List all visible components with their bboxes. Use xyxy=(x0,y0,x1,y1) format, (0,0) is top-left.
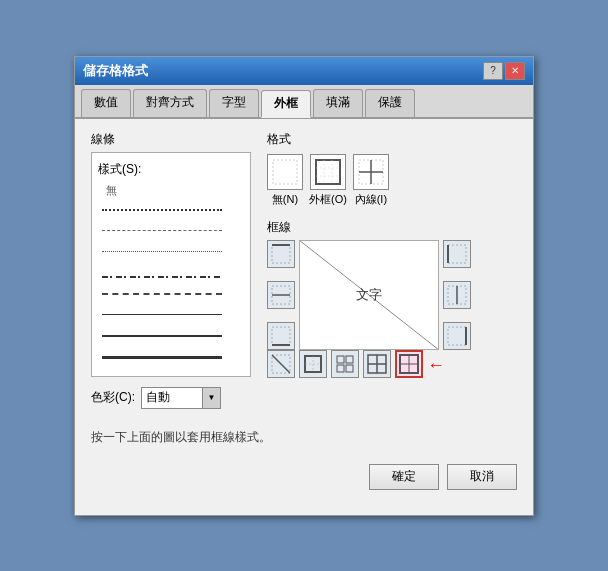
border-preview[interactable]: 文字 xyxy=(299,240,439,350)
border-outer2-icon xyxy=(302,353,324,375)
line-style-box: 樣式(S): 無 xyxy=(91,152,251,377)
format-inner-icon xyxy=(355,156,387,188)
help-button[interactable]: ? xyxy=(483,62,503,80)
dialog: 儲存格格式 ? ✕ 數值 對齊方式 字型 外框 填滿 保護 線條 樣式(S): … xyxy=(74,56,534,516)
color-row: 色彩(C): 自動 ▼ xyxy=(91,387,251,409)
line-styles-list: 無 xyxy=(98,182,244,368)
border-bottom-button[interactable] xyxy=(267,322,295,350)
line-style-solid-medium[interactable] xyxy=(98,329,244,347)
border-thick-button[interactable] xyxy=(395,350,423,378)
border-all-button[interactable] xyxy=(363,350,391,378)
line-solid-medium xyxy=(102,335,222,345)
style-label: 樣式(S): xyxy=(98,161,244,178)
line-style-none[interactable]: 無 xyxy=(98,182,244,200)
tab-保护[interactable]: 保護 xyxy=(365,89,415,117)
border-bottom-row: ← xyxy=(267,350,517,378)
close-button[interactable]: ✕ xyxy=(505,62,525,80)
svg-rect-0 xyxy=(273,160,297,184)
border-middle-h-icon xyxy=(270,284,292,306)
svg-rect-20 xyxy=(448,327,466,345)
format-inner-button[interactable] xyxy=(353,154,389,190)
line-dotted-1 xyxy=(102,209,222,219)
border-section: 框線 xyxy=(267,219,517,378)
color-dropdown-button[interactable]: ▼ xyxy=(202,388,220,408)
format-icons: 無(N) 外框(O) xyxy=(267,154,517,207)
tab-数值[interactable]: 數值 xyxy=(81,89,131,117)
format-inner-label: 內線(I) xyxy=(355,192,387,207)
border-bottom-icon xyxy=(270,325,292,347)
format-none-item: 無(N) xyxy=(267,154,303,207)
line-style-solid-thick[interactable] xyxy=(98,350,244,368)
dropdown-arrow-icon: ▼ xyxy=(208,393,216,402)
format-outer-item: 外框(O) xyxy=(309,154,347,207)
svg-rect-29 xyxy=(337,365,344,372)
left-panel: 線條 樣式(S): 無 xyxy=(91,131,251,409)
format-inner-item: 內線(I) xyxy=(353,154,389,207)
svg-rect-28 xyxy=(346,356,353,363)
border-middle-v-button[interactable] xyxy=(443,281,471,309)
svg-rect-30 xyxy=(346,365,353,372)
line-style-solid-thin[interactable] xyxy=(98,308,244,326)
tab-bar: 數值 對齊方式 字型 外框 填滿 保護 xyxy=(75,85,533,119)
border-area: 文字 xyxy=(267,240,517,350)
border-buttons-right xyxy=(443,240,471,350)
border-right-icon xyxy=(446,325,468,347)
svg-rect-1 xyxy=(316,160,340,184)
format-group: 格式 無(N) xyxy=(267,131,517,207)
border-diag-down-icon xyxy=(270,353,292,375)
border-left-button[interactable] xyxy=(443,240,471,268)
svg-rect-16 xyxy=(448,245,466,263)
line-style-dash-dot[interactable] xyxy=(98,266,244,284)
bottom-buttons: 確定 取消 xyxy=(75,454,533,504)
dialog-title: 儲存格格式 xyxy=(83,62,148,80)
format-none-label: 無(N) xyxy=(272,192,298,207)
color-value: 自動 xyxy=(142,389,202,406)
line-long-dash xyxy=(102,293,222,303)
format-outer-label: 外框(O) xyxy=(309,192,347,207)
format-none-button[interactable] xyxy=(267,154,303,190)
content-area: 線條 樣式(S): 無 xyxy=(75,119,533,421)
border-diag-down-button[interactable] xyxy=(267,350,295,378)
border-left-icon xyxy=(446,243,468,265)
svg-rect-27 xyxy=(337,356,344,363)
line-group-label: 線條 xyxy=(91,131,251,148)
preview-text: 文字 xyxy=(356,286,382,304)
format-outer-button[interactable] xyxy=(310,154,346,190)
color-label: 色彩(C): xyxy=(91,389,135,406)
ok-button[interactable]: 確定 xyxy=(369,464,439,490)
line-dotted-2 xyxy=(102,251,222,261)
arrow-indicator: ← xyxy=(427,355,445,376)
line-solid-thin xyxy=(102,314,222,324)
border-section-label: 框線 xyxy=(267,219,517,236)
border-all-icon xyxy=(366,353,388,375)
line-solid-thick xyxy=(102,356,222,366)
format-label: 格式 xyxy=(267,131,517,148)
tab-外框[interactable]: 外框 xyxy=(261,90,311,118)
format-none-icon xyxy=(269,156,301,188)
line-style-dashed-1[interactable] xyxy=(98,224,244,242)
border-inner2-icon xyxy=(334,353,356,375)
line-style-dotted-1[interactable] xyxy=(98,203,244,221)
color-select[interactable]: 自動 ▼ xyxy=(141,387,221,409)
line-dashed-1 xyxy=(102,230,222,240)
tab-填满[interactable]: 填滿 xyxy=(313,89,363,117)
right-panel: 格式 無(N) xyxy=(267,131,517,409)
line-style-long-dash[interactable] xyxy=(98,287,244,305)
tab-字型[interactable]: 字型 xyxy=(209,89,259,117)
line-dash-dot xyxy=(102,276,222,278)
border-middle-h-button[interactable] xyxy=(267,281,295,309)
line-style-dotted-2[interactable] xyxy=(98,245,244,263)
border-top-icon xyxy=(270,243,292,265)
border-inner2-button[interactable] xyxy=(331,350,359,378)
tab-对齐方式[interactable]: 對齊方式 xyxy=(133,89,207,117)
svg-rect-9 xyxy=(272,245,290,263)
format-outer-icon xyxy=(312,156,344,188)
line-none-label: 無 xyxy=(102,183,117,198)
border-right-button[interactable] xyxy=(443,322,471,350)
border-buttons-left xyxy=(267,240,295,350)
svg-line-23 xyxy=(272,355,290,373)
border-outer2-button[interactable] xyxy=(299,350,327,378)
title-bar: 儲存格格式 ? ✕ xyxy=(75,57,533,85)
cancel-button[interactable]: 取消 xyxy=(447,464,517,490)
border-top-button[interactable] xyxy=(267,240,295,268)
